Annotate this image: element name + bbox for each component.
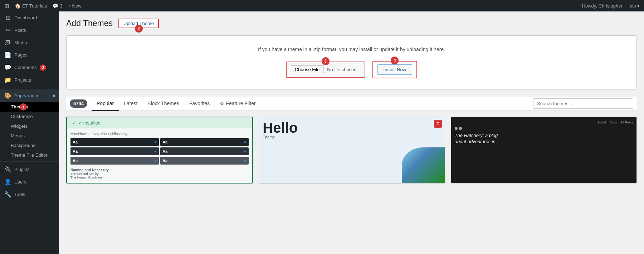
block-aa-dark6: Aa ●: [160, 157, 249, 165]
help-button[interactable]: Help ▾: [626, 3, 640, 9]
sidebar-label-plugins: Plugins: [14, 167, 30, 172]
comments-badge: 3: [40, 64, 46, 71]
sidebar-item-media[interactable]: 🖼 Media: [0, 36, 59, 49]
sidebar-item-projects[interactable]: 📁 Projects: [0, 74, 59, 86]
upload-controls: Choose File No file chosen 3 Install Now…: [74, 61, 629, 78]
block-aa-dark3: Aa ●: [70, 147, 159, 155]
sidebar-item-users[interactable]: 👤 Users: [0, 176, 59, 188]
sidebar-sub-widgets[interactable]: Widgets: [0, 121, 59, 131]
sidebar-label-posts: Posts: [14, 28, 26, 33]
aa-label2: Aa: [162, 140, 167, 144]
sidebar-sub-background[interactable]: Background: [0, 141, 59, 150]
hatchery-nav-about: About: [597, 121, 606, 124]
topbar-wp-logo[interactable]: ⊞: [4, 3, 9, 9]
menus-label: Menus: [11, 133, 25, 138]
comment-icon: 💬: [53, 3, 58, 9]
theme-card-hatchery[interactable]: About Birds All Posts The Hatchery: a bl…: [451, 117, 637, 184]
users-icon: 👤: [4, 179, 11, 185]
topbar-right: Howdy, Christopher Help ▾: [582, 3, 640, 9]
check-icon: ✓: [72, 120, 76, 126]
topbar-new[interactable]: + New: [68, 3, 81, 9]
block-aa-dark2: Aa ●: [160, 138, 249, 146]
hatchery-infinity: [455, 127, 633, 130]
hatchery-nav: About Birds All Posts: [455, 121, 633, 124]
elementor-logo: E: [434, 120, 442, 128]
theme-card-hello[interactable]: E Hello Theme: [259, 117, 445, 184]
inf-dot1: [455, 127, 458, 130]
gear-icon: ⚙: [220, 101, 224, 106]
hello-big-text: Hello: [263, 121, 441, 135]
sidebar-sub-menus[interactable]: Menus: [0, 131, 59, 141]
sidebar-label-appearance: Appearance: [14, 93, 39, 98]
projects-icon: 📁: [4, 77, 11, 83]
main-content: Add Themes Upload Theme 2 If you have a …: [59, 11, 644, 254]
topbar-comments[interactable]: 💬 3: [53, 3, 62, 9]
install-now-button[interactable]: Install Now: [377, 64, 413, 75]
sidebar-item-comments[interactable]: 💬 Comments 3: [0, 61, 59, 74]
sidebar-item-tools[interactable]: 🔧 Tools: [0, 188, 59, 201]
appearance-arrow: ◀: [52, 93, 55, 98]
topbar: ⊞ 🏠 ET Tutorials 💬 3 + New Howdy, Christ…: [0, 0, 644, 11]
theme1-sample-text: Naming and Necessity The Second Sex by T…: [70, 168, 249, 179]
page-header: Add Themes Upload Theme 2: [66, 19, 637, 28]
sidebar-item-pages[interactable]: 📄 Pages: [0, 49, 59, 61]
site-name-label: ET Tutorials: [22, 3, 47, 9]
block-aa-dark5: Aa ●: [70, 157, 159, 165]
theme-count: 5794: [70, 99, 87, 108]
block-aa-dark1: Aa ●: [70, 138, 159, 146]
dot-blue6: ●: [244, 158, 247, 163]
divider: [0, 88, 59, 88]
sidebar-label-media: Media: [14, 40, 27, 45]
tab-feature-filter[interactable]: ⚙ Feature Filter: [215, 97, 260, 111]
media-icon: 🖼: [4, 39, 11, 46]
theme-grid: ✓ ✓ Installed Mindblown: a blog about ph…: [66, 117, 637, 184]
aa-label6: Aa: [162, 158, 167, 163]
dot-blue3: ●: [154, 149, 157, 154]
sidebar-item-dashboard[interactable]: ⊞ Dashboard: [0, 11, 59, 24]
install-now-container: Install Now 4: [372, 61, 418, 78]
tab-favorites[interactable]: Favorites: [184, 97, 215, 111]
sidebar-item-appearance[interactable]: 🎨 Appearance ◀: [0, 89, 59, 102]
tab-feature-filter-label: Feature Filter: [226, 101, 255, 106]
sidebar-sub-customize[interactable]: Customize: [0, 112, 59, 121]
tab-popular[interactable]: Popular: [92, 97, 119, 111]
posts-icon: ✏: [4, 27, 11, 34]
theme1-preview: Mindblown: a blog about philosophy. Aa ●…: [67, 128, 252, 184]
topbar-site-name[interactable]: 🏠 ET Tutorials: [15, 3, 47, 9]
upload-info-text: If you have a theme in a .zip format, yo…: [74, 47, 629, 52]
theme1-top: Mindblown: a blog about philosophy.: [70, 132, 249, 136]
hatchery-title: The Hatchery: a blog about adventures in: [455, 133, 633, 145]
dot-blue4: ●: [244, 149, 247, 154]
widgets-label: Widgets: [11, 123, 28, 129]
dashboard-icon: ⊞: [4, 14, 11, 21]
dot-blue: ●: [154, 140, 157, 145]
upload-area: If you have a theme in a .zip format, yo…: [66, 35, 637, 89]
step-1-badge: 1: [20, 103, 27, 111]
installed-text: ✓ Installed: [78, 120, 101, 126]
aa-label4: Aa: [162, 149, 167, 153]
tab-latest[interactable]: Latest: [119, 97, 142, 111]
customize-label: Customize: [11, 114, 33, 119]
theme-card-mindblown[interactable]: ✓ ✓ Installed Mindblown: a blog about ph…: [66, 117, 253, 184]
sidebar-sub-themes[interactable]: Themes 1: [0, 102, 59, 112]
step-3-badge: 3: [322, 57, 330, 65]
sidebar-item-plugins[interactable]: 🔌 Plugins: [0, 163, 59, 176]
hatchery-title-line2: about adventures in: [455, 139, 496, 144]
howdy-text: Howdy, Christopher: [582, 3, 623, 9]
hello-landscape: [402, 147, 445, 183]
sidebar-label-comments: Comments: [14, 65, 37, 70]
hatchery-title-line1: The Hatchery: a blog: [455, 133, 498, 138]
tab-block-themes-label: Block Themes: [147, 101, 179, 106]
tab-block-themes[interactable]: Block Themes: [142, 97, 184, 111]
divider2: [0, 161, 59, 162]
theme-search-input[interactable]: [533, 98, 633, 109]
step-2-badge: 2: [135, 25, 143, 33]
tab-popular-label: Popular: [97, 101, 114, 106]
tab-latest-label: Latest: [124, 101, 137, 106]
sidebar-label-dashboard: Dashboard: [14, 15, 37, 20]
topbar-left: ⊞ 🏠 ET Tutorials 💬 3 + New: [4, 3, 82, 9]
sidebar-sub-theme-file-editor[interactable]: Theme File Editor: [0, 150, 59, 160]
sidebar-item-posts[interactable]: ✏ Posts: [0, 24, 59, 36]
wp-logo-icon: ⊞: [4, 3, 9, 9]
choose-file-button[interactable]: Choose File: [291, 65, 323, 74]
